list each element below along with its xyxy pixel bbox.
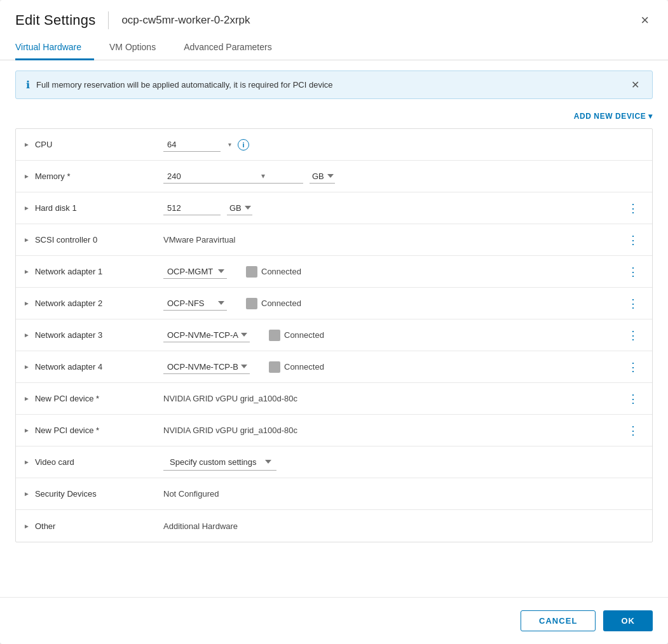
dialog-title: Edit Settings: [15, 12, 95, 29]
network-adapter-2-select[interactable]: OCP-NFS: [163, 297, 227, 311]
table-row: ► Network adapter 1 OCP-MGMT Connected ⋮: [16, 256, 652, 288]
network-adapter-3-select[interactable]: OCP-NVMe-TCP-A: [163, 328, 250, 342]
memory-value: ▾ GB MB TB: [163, 170, 644, 184]
network-adapter-1-connected: Connected: [246, 266, 301, 278]
table-row: ► New PCI device * NVIDIA GRID vGPU grid…: [16, 415, 652, 446]
network-adapter-4-value: OCP-NVMe-TCP-B Connected: [163, 360, 622, 374]
network-adapter-4-select[interactable]: OCP-NVMe-TCP-B: [163, 360, 250, 374]
expand-icon[interactable]: ►: [24, 363, 30, 370]
expand-icon[interactable]: ►: [24, 268, 30, 275]
expand-icon[interactable]: ►: [24, 427, 30, 434]
expand-icon[interactable]: ►: [24, 490, 30, 497]
new-pci-device-2-label: ► New PCI device *: [24, 426, 163, 435]
scsi-controller-value: VMware Paravirtual: [163, 235, 622, 245]
network-adapter-2-label: ► Network adapter 2: [24, 299, 163, 308]
network-adapter-3-menu-button[interactable]: ⋮: [622, 326, 644, 345]
edit-settings-dialog: Edit Settings ocp-cw5mr-worker-0-2xrpk ×…: [0, 0, 668, 644]
hard-disk-input[interactable]: [163, 201, 221, 215]
expand-icon[interactable]: ►: [24, 173, 30, 180]
table-row: ► Security Devices Not Configured: [16, 478, 652, 510]
info-banner: ℹ Full memory reservation will be applie…: [15, 70, 653, 99]
memory-unit-select[interactable]: GB MB TB: [310, 170, 335, 184]
header-divider: [108, 11, 109, 29]
table-row: ► Memory * ▾ GB MB TB: [16, 161, 652, 192]
new-pci-device-1-label: ► New PCI device *: [24, 394, 163, 403]
hardware-table: ► CPU ▾ i ► Memory * ▾: [15, 128, 653, 542]
table-row: ► Video card Specify custom settings Use…: [16, 446, 652, 478]
video-card-select-wrap: Specify custom settings Use host setting…: [163, 454, 276, 471]
dialog-body: ℹ Full memory reservation will be applie…: [0, 60, 668, 597]
network-adapter-4-label: ► Network adapter 4: [24, 362, 163, 372]
dialog-header: Edit Settings ocp-cw5mr-worker-0-2xrpk ×: [0, 0, 668, 29]
connected-toggle-box[interactable]: [246, 266, 257, 278]
new-pci-device-1-menu-button[interactable]: ⋮: [622, 389, 644, 408]
dialog-footer: CANCEL OK: [0, 597, 668, 644]
connected-toggle-box[interactable]: [269, 330, 280, 341]
network-adapter-2-menu-button[interactable]: ⋮: [622, 294, 644, 313]
scsi-controller-label: ► SCSI controller 0: [24, 235, 163, 245]
network-adapter-2-connected: Connected: [246, 298, 301, 309]
memory-input[interactable]: [163, 170, 259, 183]
close-button[interactable]: ×: [637, 12, 653, 29]
memory-dropdown-arrow[interactable]: ▾: [261, 171, 265, 180]
expand-icon[interactable]: ►: [24, 395, 30, 402]
table-row: ► Other Additional Hardware: [16, 510, 652, 542]
network-adapter-4-menu-button[interactable]: ⋮: [622, 358, 644, 377]
new-pci-device-1-value: NVIDIA GRID vGPU grid_a100d-80c: [163, 394, 622, 403]
add-device-area: ADD NEW DEVICE ▾: [15, 109, 653, 123]
expand-icon[interactable]: ►: [24, 332, 30, 339]
expand-icon[interactable]: ►: [24, 236, 30, 243]
hard-disk-unit-select[interactable]: GB MB TB: [227, 201, 252, 215]
table-row: ► SCSI controller 0 VMware Paravirtual ⋮: [16, 224, 652, 256]
network-adapter-1-menu-button[interactable]: ⋮: [622, 262, 644, 281]
other-label: ► Other: [24, 521, 163, 531]
expand-icon[interactable]: ►: [24, 141, 30, 148]
table-row: ► Network adapter 4 OCP-NVMe-TCP-B Conne…: [16, 351, 652, 383]
network-adapter-3-label: ► Network adapter 3: [24, 330, 163, 340]
connected-toggle-box[interactable]: [246, 298, 257, 309]
expand-icon[interactable]: ►: [24, 205, 30, 211]
expand-icon[interactable]: ►: [24, 300, 30, 307]
info-banner-icon: ℹ: [26, 79, 30, 91]
tabs-bar: Virtual Hardware VM Options Advanced Par…: [0, 36, 668, 60]
banner-close-button[interactable]: ✕: [629, 79, 642, 91]
network-adapter-3-value: OCP-NVMe-TCP-A Connected: [163, 328, 622, 342]
tab-vm-options[interactable]: VM Options: [109, 36, 168, 60]
expand-icon[interactable]: ►: [24, 459, 30, 466]
table-row: ► CPU ▾ i: [16, 129, 652, 161]
security-devices-value: Not Configured: [163, 489, 644, 499]
cancel-button[interactable]: CANCEL: [521, 610, 596, 631]
tab-advanced-parameters[interactable]: Advanced Parameters: [184, 36, 285, 60]
table-row: ► Network adapter 2 OCP-NFS Connected ⋮: [16, 288, 652, 319]
video-card-label: ► Video card: [24, 457, 163, 467]
new-pci-device-2-menu-button[interactable]: ⋮: [622, 421, 644, 440]
add-new-device-button[interactable]: ADD NEW DEVICE ▾: [574, 109, 653, 123]
dialog-subtitle: ocp-cw5mr-worker-0-2xrpk: [121, 14, 250, 27]
cpu-input[interactable]: [163, 138, 221, 152]
table-row: ► Hard disk 1 GB MB TB ⋮: [16, 192, 652, 224]
other-value: Additional Hardware: [163, 521, 644, 531]
network-adapter-1-label: ► Network adapter 1: [24, 267, 163, 276]
video-card-select[interactable]: Specify custom settings Use host setting…: [166, 455, 274, 469]
table-row: ► New PCI device * NVIDIA GRID vGPU grid…: [16, 383, 652, 415]
hard-disk-menu-button[interactable]: ⋮: [622, 199, 644, 218]
chevron-down-icon: ▾: [648, 112, 653, 121]
scsi-controller-menu-button[interactable]: ⋮: [622, 231, 644, 250]
cpu-value: ▾ i: [163, 138, 644, 152]
cpu-label: ► CPU: [24, 140, 163, 149]
memory-input-wrap: ▾: [163, 170, 303, 184]
network-adapter-1-select[interactable]: OCP-MGMT: [163, 265, 227, 279]
network-adapter-1-value: OCP-MGMT Connected: [163, 265, 622, 279]
cpu-dropdown-arrow[interactable]: ▾: [228, 141, 231, 148]
network-adapter-4-connected: Connected: [269, 361, 324, 373]
expand-icon[interactable]: ►: [24, 523, 30, 530]
security-devices-label: ► Security Devices: [24, 489, 163, 499]
video-card-value: Specify custom settings Use host setting…: [163, 454, 644, 471]
cpu-info-icon[interactable]: i: [238, 139, 249, 151]
tab-virtual-hardware[interactable]: Virtual Hardware: [15, 36, 94, 60]
connected-toggle-box[interactable]: [269, 361, 280, 373]
ok-button[interactable]: OK: [603, 610, 653, 631]
network-adapter-2-value: OCP-NFS Connected: [163, 297, 622, 311]
network-adapter-3-connected: Connected: [269, 330, 324, 341]
table-row: ► Network adapter 3 OCP-NVMe-TCP-A Conne…: [16, 319, 652, 351]
